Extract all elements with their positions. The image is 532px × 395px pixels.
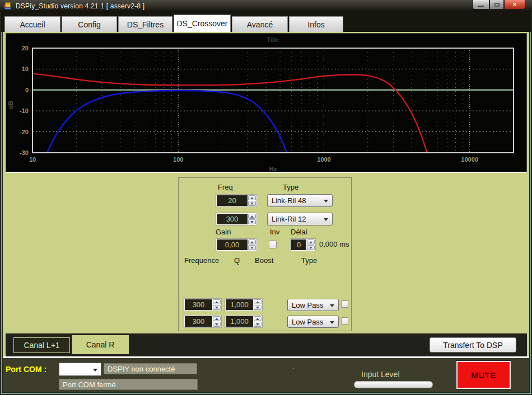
eq-header-q: Q (234, 256, 240, 265)
spin-up-button[interactable] (248, 195, 256, 200)
mute-button[interactable]: MUTE (456, 361, 511, 389)
spin-down-button[interactable] (213, 322, 221, 327)
tab-ds-filtres[interactable]: DS_Filtres (118, 16, 172, 32)
chevron-down-icon (324, 200, 328, 203)
arrow-down-icon (215, 307, 218, 309)
tab-config[interactable]: Config (62, 16, 117, 32)
close-icon: ✕ (512, 1, 517, 8)
spin-down-button[interactable] (254, 322, 262, 327)
spinner-buttons (307, 239, 315, 250)
close-button[interactable]: ✕ (504, 0, 525, 10)
spinner-buttons (248, 195, 256, 206)
eq-header-type: Type (301, 256, 317, 265)
spinner-buttons (213, 316, 221, 327)
tab-canal-r[interactable]: Canal R (71, 335, 129, 354)
band1-freq-value: 20 (217, 195, 248, 206)
svg-text:-20: -20 (20, 129, 29, 135)
band1-freq-spinner[interactable]: 20 (216, 194, 257, 207)
tab-canal-l1[interactable]: Canal L+1 (13, 337, 70, 353)
svg-text:dB: dB (7, 101, 14, 109)
gain-value: 0,00 (217, 239, 248, 250)
eq2-type-select[interactable]: Low Pass (287, 316, 339, 328)
spin-up-button[interactable] (248, 214, 256, 219)
bottom-status-bar: Port COM : DSPIY non connecté Port COM f… (3, 358, 529, 392)
spin-up-button[interactable] (254, 299, 262, 304)
app-icon (3, 2, 12, 10)
minimize-button[interactable] (473, 0, 489, 10)
svg-text:Hz: Hz (269, 166, 277, 172)
spin-down-button[interactable] (254, 305, 262, 310)
eq2-enable-checkbox[interactable] (341, 317, 348, 325)
arrow-up-icon (215, 318, 218, 320)
inv-label: Inv (270, 228, 279, 236)
spinner-buttons (254, 299, 262, 310)
arrow-down-icon (250, 247, 254, 249)
arrow-up-icon (309, 241, 312, 243)
port-com-label: Port COM : (6, 365, 46, 374)
spinner-buttons (213, 299, 221, 310)
main-tab-strip: Accueil Config DS_Filtres DS_Crossover A… (1, 12, 531, 32)
arrow-up-icon (215, 301, 218, 303)
gain-spinner[interactable]: 0,00 (216, 238, 257, 251)
spin-down-button[interactable] (248, 201, 256, 206)
tab-infos[interactable]: Infos (289, 16, 343, 32)
title-bar[interactable]: DSPiy_Studio version 4.21 1 [ asserv2-8 … (0, 0, 532, 12)
input-level-meter (354, 381, 433, 388)
svg-text:10: 10 (29, 156, 36, 163)
spin-down-button[interactable] (213, 305, 221, 310)
input-level-label: Input Level (361, 370, 400, 379)
eq1-enable-checkbox[interactable] (341, 300, 348, 308)
minimize-icon (478, 6, 484, 7)
eq1-freq-spinner[interactable]: 300 (184, 298, 222, 311)
tab-ds-crossover[interactable]: DS_Crossover (174, 15, 231, 32)
window-frame-left (1, 12, 2, 394)
maximize-button[interactable] (489, 0, 504, 10)
eq2-q-spinner[interactable]: 1,000 (225, 315, 263, 328)
freq-header: Freq (218, 183, 233, 191)
spin-up-button[interactable] (248, 239, 256, 244)
tab-accueil[interactable]: Accueil (4, 16, 60, 32)
arrow-down-icon (250, 203, 254, 205)
eq2-q-value: 1,000 (226, 316, 253, 327)
chevron-down-icon (93, 369, 97, 372)
chevron-down-icon (330, 304, 334, 307)
spin-up-button[interactable] (213, 316, 221, 321)
chart-svg: 20100-10-20-3010100100010000TitleHzdB (6, 34, 526, 172)
window-controls: ✕ (473, 0, 525, 10)
arrow-down-icon (256, 307, 259, 309)
delay-ms-readout: 0,000 ms (319, 240, 349, 248)
spin-down-button[interactable] (248, 245, 256, 250)
spin-down-button[interactable] (248, 219, 256, 224)
window-frame-bottom (1, 393, 531, 394)
spin-up-button[interactable] (254, 316, 262, 321)
eq2-freq-spinner[interactable]: 300 (184, 315, 222, 328)
arrow-down-icon (250, 221, 254, 223)
inv-checkbox[interactable] (269, 241, 277, 248)
delay-spinner[interactable]: 0 (290, 238, 316, 251)
arrow-down-icon (256, 323, 259, 326)
svg-text:Title: Title (267, 36, 279, 43)
svg-text:20: 20 (22, 45, 29, 51)
window-frame-right (530, 12, 531, 394)
spinner-buttons (248, 239, 256, 250)
eq1-q-spinner[interactable]: 1,000 (225, 298, 263, 311)
spin-up-button[interactable] (213, 299, 221, 304)
svg-text:1000: 1000 (317, 156, 330, 163)
stray-dot (293, 368, 294, 369)
chevron-down-icon (330, 321, 334, 324)
band2-freq-spinner[interactable]: 300 (216, 213, 257, 225)
tab-avance[interactable]: Avancé (232, 16, 288, 32)
spin-up-button[interactable] (307, 239, 315, 244)
transfer-to-dsp-button[interactable]: Transfert To DSP (430, 337, 516, 352)
eq1-type-select[interactable]: Low Pass (287, 299, 339, 311)
crossover-response-chart: 20100-10-20-3010100100010000TitleHzdB (6, 33, 527, 173)
spin-down-button[interactable] (307, 245, 315, 250)
port-com-select[interactable] (59, 363, 101, 376)
band2-type-select[interactable]: Link-Ril 12 (267, 213, 333, 225)
arrow-up-icon (250, 197, 254, 199)
band1-type-select[interactable]: Link-Ril 48 (267, 194, 333, 207)
canal-tab-strip: Canal L+1 Canal R Transfert To DSP (6, 333, 527, 356)
type-header: Type (283, 183, 298, 191)
band2-freq-value: 300 (217, 214, 248, 224)
eq2-freq-value: 300 (185, 316, 212, 327)
